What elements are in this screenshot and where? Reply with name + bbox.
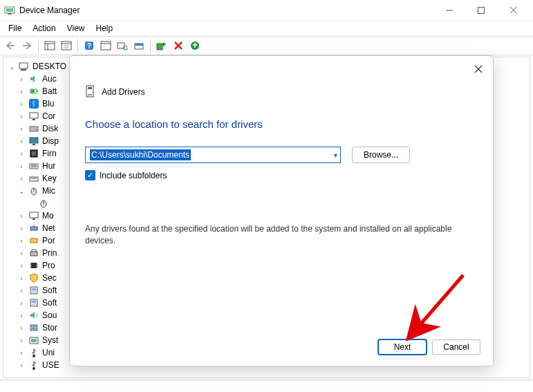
tree-root-label: DESKTO (32, 62, 66, 71)
driver-path-combobox[interactable]: C:\Users\sukhi\Documents ▾ (85, 147, 341, 163)
tree-item-label: Sec (42, 273, 57, 283)
expand-icon[interactable]: › (17, 225, 26, 232)
svg-rect-23 (157, 44, 162, 50)
detail-icon[interactable] (98, 38, 113, 53)
minimize-button[interactable] (433, 0, 465, 21)
expand-icon[interactable]: › (17, 100, 26, 108)
expand-icon[interactable]: › (17, 250, 26, 257)
svg-rect-63 (32, 288, 36, 290)
back-button[interactable] (3, 38, 18, 53)
expand-icon[interactable]: › (17, 299, 26, 307)
chevron-down-icon[interactable]: ▾ (334, 151, 337, 159)
svg-line-20 (127, 49, 128, 50)
close-button[interactable] (497, 0, 529, 21)
tree-item-label: Blu (42, 99, 54, 109)
browse-button[interactable]: Browse... (352, 147, 410, 163)
properties-button[interactable] (59, 38, 74, 53)
menubar: File Action View Help (0, 21, 533, 36)
tree-item-label: USE (42, 360, 59, 370)
add-driver-button[interactable] (154, 38, 169, 53)
tree-item-label: Syst (42, 335, 58, 345)
network-icon (28, 223, 39, 234)
expand-icon[interactable]: › (17, 349, 26, 357)
expand-icon[interactable]: › (17, 88, 26, 95)
expand-icon[interactable]: › (17, 175, 26, 183)
tree-item-label: Por (42, 236, 55, 245)
svg-rect-54 (30, 239, 37, 243)
menu-file[interactable]: File (3, 22, 27, 35)
tree-item-label: Auc (42, 74, 57, 84)
expand-icon[interactable]: › (17, 312, 26, 319)
enable-device-button[interactable] (187, 38, 203, 53)
tree-item-label: Batt (42, 86, 57, 96)
expand-icon[interactable]: › (17, 337, 26, 344)
menu-help[interactable]: Help (91, 22, 119, 35)
cancel-button[interactable]: Cancel (432, 339, 480, 355)
svg-rect-4 (478, 7, 485, 13)
collapse-icon[interactable]: ⌄ (8, 63, 16, 71)
status-bar (0, 380, 533, 392)
audio-icon (28, 73, 39, 84)
include-subfolders-checkbox[interactable]: ✓ Include subfolders (85, 170, 478, 180)
dialog-heading: Choose a location to search for drivers (85, 118, 478, 130)
expand-icon[interactable]: › (17, 362, 26, 369)
show-hide-tree-button[interactable] (42, 38, 57, 53)
processor-icon (28, 260, 39, 271)
dialog-close-button[interactable] (471, 62, 486, 77)
svg-rect-50 (30, 212, 38, 218)
expand-icon[interactable]: › (17, 274, 26, 282)
tree-item-label: Hur (42, 161, 55, 171)
expand-icon[interactable]: › (17, 150, 26, 158)
tree-item-label: Net (42, 223, 55, 233)
expand-icon[interactable]: ⌄ (17, 187, 26, 195)
svg-rect-66 (30, 325, 37, 327)
checkmark-icon: ✓ (85, 170, 95, 180)
svg-rect-2 (8, 13, 12, 15)
expand-icon[interactable]: › (17, 237, 26, 245)
expand-icon[interactable]: › (17, 262, 26, 270)
sound-icon (28, 310, 39, 321)
system-icon (28, 335, 39, 346)
uninstall-device-button[interactable] (171, 38, 186, 53)
expand-icon[interactable]: › (17, 162, 26, 170)
expand-icon[interactable]: › (17, 324, 26, 332)
menu-action[interactable]: Action (27, 22, 61, 35)
tree-item-label: Prin (42, 248, 57, 258)
expand-icon[interactable]: › (17, 138, 26, 145)
svg-rect-56 (32, 250, 36, 252)
dialog-info-text: Any drivers found at the specified locat… (85, 223, 472, 247)
tree-item-label: Disp (42, 136, 59, 146)
driver-package-icon (85, 85, 95, 99)
expand-icon[interactable]: › (17, 212, 26, 220)
keyboard-icon (28, 173, 39, 184)
toolbar: ? (0, 36, 533, 55)
menu-view[interactable]: View (62, 22, 91, 35)
forward-button[interactable] (19, 38, 35, 53)
next-button[interactable]: Next (378, 339, 427, 355)
svg-point-71 (32, 367, 35, 370)
tree-item-label: Mo (42, 211, 54, 221)
help-button[interactable]: ? (82, 38, 97, 53)
add-drivers-dialog: Add Drivers Choose a location to search … (69, 55, 494, 366)
scan-hardware-button[interactable] (115, 38, 130, 53)
mouse-icon (28, 185, 39, 196)
mouse-sub-icon (38, 198, 49, 209)
dialog-title: Add Drivers (102, 87, 145, 97)
port-icon (28, 235, 39, 246)
monitor-icon (28, 111, 39, 122)
maximize-button[interactable] (465, 0, 497, 21)
expand-icon[interactable]: › (17, 113, 26, 120)
include-subfolders-label: Include subfolders (100, 171, 167, 180)
software-icon (28, 285, 39, 296)
driver-path-value: C:\Users\sukhi\Documents (90, 149, 191, 160)
svg-rect-57 (31, 263, 37, 268)
expand-icon[interactable]: › (17, 287, 26, 295)
usb-icon (28, 360, 39, 371)
update-driver-button[interactable] (131, 38, 147, 53)
svg-rect-30 (37, 91, 38, 92)
tree-item-label: Stor (42, 323, 57, 333)
svg-rect-38 (32, 144, 35, 145)
expand-icon[interactable]: › (17, 75, 26, 83)
usb-icon (28, 347, 39, 358)
expand-icon[interactable]: › (17, 125, 26, 133)
